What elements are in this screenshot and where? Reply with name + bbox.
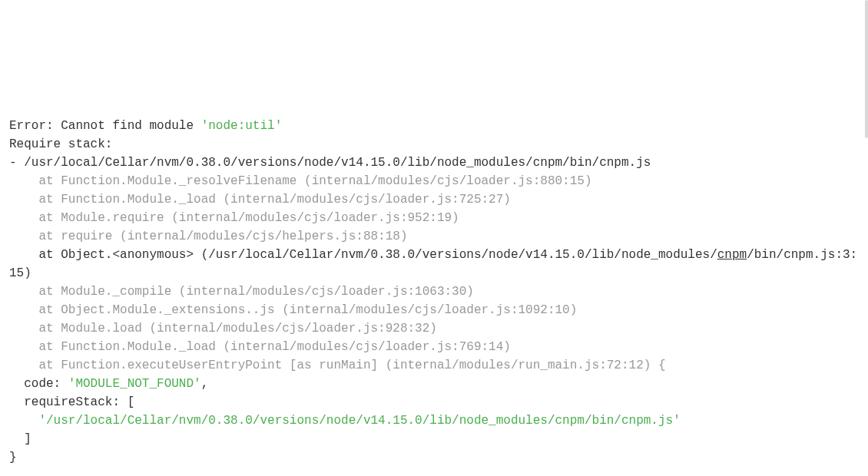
module-string: 'node:util' — [201, 119, 283, 133]
code-property: code: 'MODULE_NOT_FOUND', — [9, 377, 208, 391]
requirestack-open: requireStack: [ — [9, 395, 134, 409]
requirestack-close: ] — [9, 432, 31, 446]
stack-line: at Object.Module._extensions..js (intern… — [9, 303, 577, 317]
stack-line: at Function.Module._load (internal/modul… — [9, 340, 511, 354]
underlined-module: cnpm — [717, 248, 747, 262]
scrollbar[interactable] — [865, 0, 868, 138]
code-value: 'MODULE_NOT_FOUND' — [68, 377, 201, 391]
requirestack-path: '/usr/local/Cellar/nvm/0.38.0/versions/n… — [9, 414, 681, 428]
stack-line: at Module.require (internal/modules/cjs/… — [9, 211, 459, 225]
error-header-line1: Error: Cannot find module 'node:util' — [9, 119, 282, 133]
require-stack-path: - /usr/local/Cellar/nvm/0.38.0/versions/… — [9, 156, 651, 170]
error-header-line2: Require stack: — [9, 137, 112, 151]
terminal-output: Error: Cannot find module 'node:util' Re… — [9, 117, 859, 467]
stack-line: at Function.executeUserEntryPoint [as ru… — [9, 359, 666, 372]
stack-line: at require (internal/modules/cjs/helpers… — [9, 230, 407, 243]
object-close: } — [9, 451, 17, 464]
stack-line: at Function.Module._resolveFilename (int… — [9, 174, 592, 188]
stack-line: at Module._compile (internal/modules/cjs… — [9, 285, 474, 299]
stack-line: at Function.Module._load (internal/modul… — [9, 193, 511, 207]
stack-line-anonymous: at Object.<anonymous> (/usr/local/Cellar… — [9, 248, 857, 280]
stack-line: at Module.load (internal/modules/cjs/loa… — [9, 322, 437, 336]
